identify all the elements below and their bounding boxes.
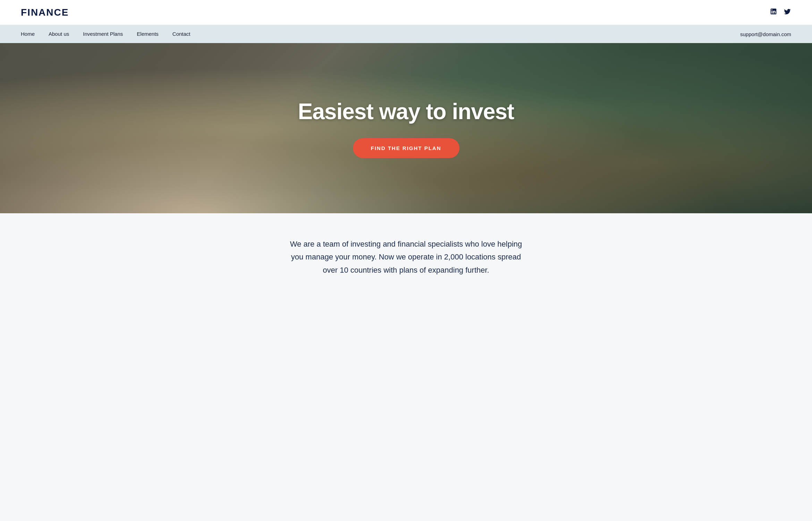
- description-text: We are a team of investing and financial…: [288, 238, 524, 276]
- support-email: support@domain.com: [740, 31, 791, 37]
- nav-bar: Home About us Investment Plans Elements …: [0, 25, 812, 43]
- hero-title: Easiest way to invest: [298, 99, 514, 124]
- nav-item-investment[interactable]: Investment Plans: [83, 31, 123, 37]
- nav-links: Home About us Investment Plans Elements …: [21, 31, 191, 37]
- hero-section: Easiest way to invest FIND THE RIGHT PLA…: [0, 43, 812, 213]
- nav-item-contact[interactable]: Contact: [172, 31, 191, 37]
- nav-item-home[interactable]: Home: [21, 31, 35, 37]
- nav-link-home[interactable]: Home: [21, 31, 35, 37]
- nav-link-contact[interactable]: Contact: [172, 31, 191, 37]
- nav-item-about[interactable]: About us: [49, 31, 69, 37]
- top-bar: FINANCE: [0, 0, 812, 25]
- description-section: We are a team of investing and financial…: [0, 213, 812, 297]
- site-logo: FINANCE: [21, 7, 69, 18]
- hero-content: Easiest way to invest FIND THE RIGHT PLA…: [298, 99, 514, 158]
- nav-link-elements[interactable]: Elements: [137, 31, 159, 37]
- twitter-icon[interactable]: [784, 8, 791, 17]
- nav-link-investment[interactable]: Investment Plans: [83, 31, 123, 37]
- find-plan-button[interactable]: FIND THE RIGHT PLAN: [353, 138, 459, 158]
- nav-item-elements[interactable]: Elements: [137, 31, 159, 37]
- social-icons-container: [770, 8, 791, 17]
- nav-link-about[interactable]: About us: [49, 31, 69, 37]
- linkedin-icon[interactable]: [770, 8, 777, 17]
